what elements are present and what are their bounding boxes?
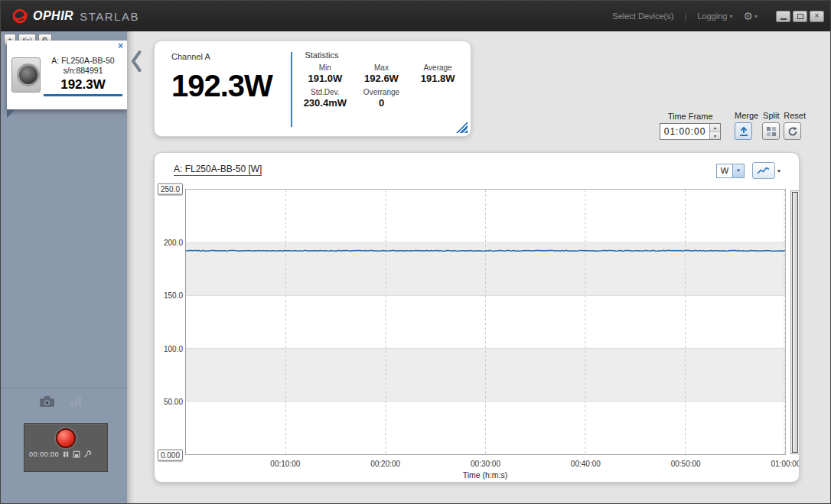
ophir-logo-icon xyxy=(11,8,28,24)
split-group: Split xyxy=(762,111,780,140)
y-axis: 250.0200.0150.0100.050.000.000 xyxy=(155,153,184,482)
chart-panel: A: FL250A-BB-50 [W] W ▾ ▾ 250.0200.0150.… xyxy=(154,152,800,483)
chart-unit-controls: W ▾ ▾ xyxy=(716,162,780,179)
restore-button[interactable] xyxy=(793,11,807,22)
channel-column: Channel A 192.3W xyxy=(155,41,291,136)
x-axis-tick-label: 00:50:00 xyxy=(671,460,701,468)
reset-button[interactable] xyxy=(784,122,801,140)
restore-icon xyxy=(797,14,803,19)
device-card[interactable]: × A: FL250A-BB-50 s/n:884991 192.3W xyxy=(7,41,127,109)
channel-value: 192.3W xyxy=(171,69,291,103)
screenshot-camera-button[interactable] xyxy=(39,395,55,411)
x-axis-tick-label: 01:00:00 xyxy=(771,460,800,468)
y-axis-tick-label: 100.0 xyxy=(164,344,183,353)
brand: OPHIR STARLAB xyxy=(11,8,139,24)
time-frame-value: 01:00:00 xyxy=(660,124,709,139)
device-serial: s/n:884991 xyxy=(44,66,122,75)
window-controls: × xyxy=(776,11,824,22)
record-settings-button[interactable] xyxy=(83,450,91,458)
y-axis-limit-field[interactable]: 250.0 xyxy=(158,184,183,195)
unit-select[interactable]: W ▾ xyxy=(716,164,745,178)
y-axis-tick-label: 150.0 xyxy=(164,291,183,300)
merge-label: Merge xyxy=(735,111,758,120)
titlebar-menu: Select Device(s) | Logging▾ ⚙▾ × xyxy=(612,10,824,22)
x-axis-tick-label: 00:10:00 xyxy=(270,460,300,468)
x-axis-tick-label: 00:30:00 xyxy=(471,460,500,468)
record-elapsed-time: 00:00:00 xyxy=(29,450,59,458)
time-frame-group: Time Frame 01:00:00 ▴ ▾ xyxy=(660,112,721,140)
logging-button[interactable]: Logging▾ xyxy=(697,11,732,21)
stat-min: Min 191.0W xyxy=(297,63,354,84)
chart-controls: Time Frame 01:00:00 ▴ ▾ Merge xyxy=(660,111,806,140)
pause-icon xyxy=(62,450,70,458)
chart-vertical-scrollbar[interactable] xyxy=(790,190,800,454)
titlebar: OPHIR STARLAB Select Device(s) | Logging… xyxy=(1,1,830,31)
statistics-chart-button[interactable] xyxy=(70,396,82,410)
reset-icon xyxy=(787,126,798,137)
merge-button[interactable] xyxy=(735,122,752,140)
statistics-title: Statistics xyxy=(292,50,351,60)
stat-average: Average 191.8W xyxy=(409,63,466,84)
stat-stddev: Std.Dev. 230.4mW xyxy=(297,88,354,109)
device-card-flag-icon xyxy=(7,109,15,118)
chart-type-button[interactable] xyxy=(752,162,775,179)
sidebar-actions xyxy=(1,388,127,417)
collapse-sidebar-button[interactable] xyxy=(130,50,142,76)
minimize-button[interactable] xyxy=(776,11,790,22)
starlab-window: OPHIR STARLAB Select Device(s) | Logging… xyxy=(0,0,831,504)
statistics-grid: Min 191.0W Max 192.6W Average 191.8W Std… xyxy=(292,63,471,109)
channel-measurement-card: Channel A 192.3W Statistics Min 191.0W M… xyxy=(154,41,471,137)
statistics-column: Statistics Min 191.0W Max 192.6W Average… xyxy=(292,41,471,136)
combo-arrow-icon[interactable]: ▾ xyxy=(732,164,744,177)
channel-label: Channel A xyxy=(171,52,291,61)
chevron-left-icon xyxy=(130,50,142,73)
spinner-arrows: ▴ ▾ xyxy=(709,124,720,139)
main-content: Channel A 192.3W Statistics Min 191.0W M… xyxy=(127,31,830,503)
unit-selected-value: W xyxy=(717,164,732,177)
record-panel: 00:00:00 xyxy=(24,423,108,472)
settings-gear-icon[interactable]: ⚙▾ xyxy=(743,10,758,22)
brand-ophir: OPHIR xyxy=(33,9,73,23)
pause-button[interactable] xyxy=(62,450,70,458)
camera-icon xyxy=(39,395,55,408)
minimize-icon xyxy=(780,18,787,20)
save-icon xyxy=(73,450,80,458)
record-status-row: 00:00:00 xyxy=(24,450,107,458)
merge-group: Merge xyxy=(735,111,758,140)
device-close-icon[interactable]: × xyxy=(118,41,123,50)
select-devices-button[interactable]: Select Device(s) xyxy=(612,11,673,21)
sidebar: + f(x) ⚙ × A: FL250A-BB-50 s/n:884991 19… xyxy=(1,31,127,503)
reset-group: Reset xyxy=(784,111,806,140)
bar-chart-icon xyxy=(70,396,82,407)
layout-buttons: Merge Split xyxy=(735,111,806,140)
x-axis-tick-label: 00:20:00 xyxy=(370,460,400,468)
scrollbar-thumb[interactable] xyxy=(792,192,798,453)
chevron-down-icon[interactable]: ▾ xyxy=(777,167,780,174)
spin-down-icon[interactable]: ▾ xyxy=(710,132,720,140)
stat-empty xyxy=(409,88,466,109)
x-axis-title: Time (h:m:s) xyxy=(463,470,508,480)
time-frame-spinner[interactable]: 01:00:00 ▴ ▾ xyxy=(660,123,721,140)
split-label: Split xyxy=(762,111,780,120)
brand-starlab: STARLAB xyxy=(80,10,139,23)
split-button[interactable] xyxy=(762,122,780,140)
y-axis-tick-label: 200.0 xyxy=(164,238,183,246)
spin-up-icon[interactable]: ▴ xyxy=(710,124,720,132)
stat-max: Max 192.6W xyxy=(354,63,410,84)
y-axis-limit-field[interactable]: 0.000 xyxy=(158,450,183,461)
sensor-image xyxy=(11,57,41,93)
reset-label: Reset xyxy=(784,111,806,120)
menu-separator: | xyxy=(684,11,686,21)
save-button[interactable] xyxy=(73,450,80,458)
chart-channel-tab[interactable]: A: FL250A-BB-50 [W] xyxy=(174,164,262,176)
power-trend-plot[interactable] xyxy=(185,189,786,455)
split-grid-icon xyxy=(766,126,777,137)
device-reading: 192.3W xyxy=(44,77,122,96)
x-axis-tick-label: 00:40:00 xyxy=(571,460,601,468)
chevron-down-icon: ▾ xyxy=(754,13,758,20)
close-button[interactable]: × xyxy=(810,11,824,22)
chart-type-group: ▾ xyxy=(752,162,780,179)
record-button[interactable] xyxy=(56,428,76,448)
merge-icon xyxy=(738,126,749,137)
line-chart-icon xyxy=(757,166,770,175)
